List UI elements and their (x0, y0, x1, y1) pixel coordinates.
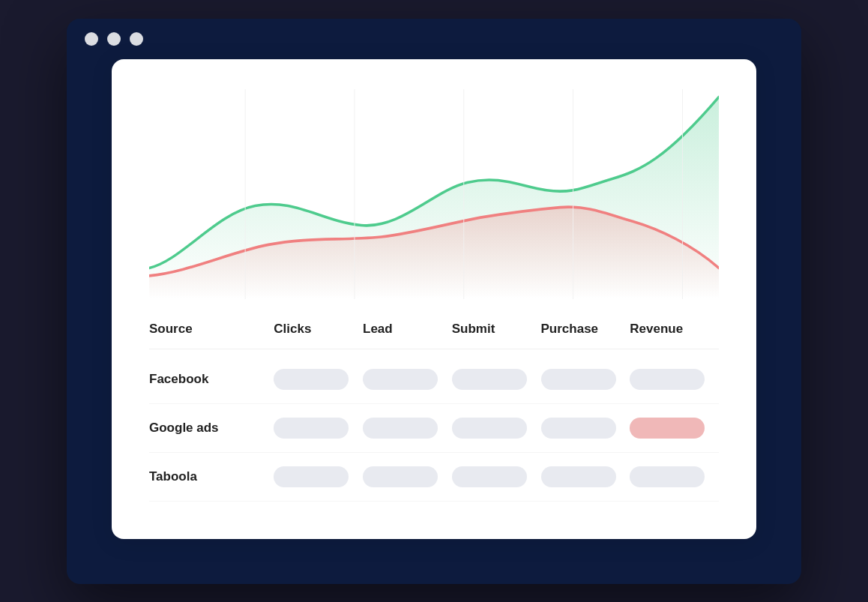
pill-google-submit (452, 418, 527, 439)
pill-google-purchase (541, 418, 616, 439)
pill-taboola-submit (452, 466, 527, 487)
col-submit: Submit (452, 322, 541, 337)
pill-facebook-revenue (630, 369, 705, 390)
row-label-taboola: Taboola (149, 469, 274, 484)
col-source: Source (149, 322, 274, 337)
pill-taboola-lead (363, 466, 438, 487)
chart-svg (149, 89, 719, 299)
table-row: Facebook (149, 355, 719, 404)
traffic-light-yellow[interactable] (107, 32, 121, 46)
pill-google-clicks (274, 418, 349, 439)
col-revenue: Revenue (630, 322, 719, 337)
table-row: Taboola (149, 453, 719, 502)
traffic-light-green[interactable] (130, 32, 143, 46)
pill-facebook-clicks (274, 369, 349, 390)
pill-google-lead (363, 418, 438, 439)
pill-taboola-purchase (541, 466, 616, 487)
pill-taboola-clicks (274, 466, 349, 487)
browser-titlebar (67, 19, 801, 59)
col-lead: Lead (363, 322, 452, 337)
browser-content: Source Clicks Lead Submit Purchase Reven… (112, 59, 756, 539)
table-row: Google ads (149, 404, 719, 453)
browser-window: Source Clicks Lead Submit Purchase Reven… (67, 19, 801, 584)
pill-facebook-lead (363, 369, 438, 390)
col-clicks: Clicks (274, 322, 363, 337)
table-header: Source Clicks Lead Submit Purchase Reven… (149, 322, 719, 349)
pill-facebook-purchase (541, 369, 616, 390)
row-label-facebook: Facebook (149, 372, 274, 387)
col-purchase: Purchase (541, 322, 630, 337)
traffic-light-red[interactable] (85, 32, 98, 46)
chart-area (149, 89, 719, 299)
row-label-google-ads: Google ads (149, 421, 274, 436)
pill-google-revenue (630, 418, 705, 439)
pill-facebook-submit (452, 369, 527, 390)
pill-taboola-revenue (630, 466, 705, 487)
